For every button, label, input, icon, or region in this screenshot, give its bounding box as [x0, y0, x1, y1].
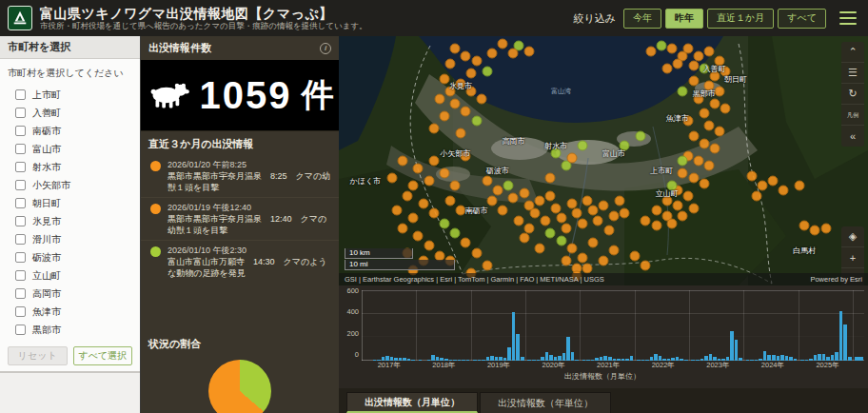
sighting-marker[interactable] [461, 238, 471, 248]
sighting-marker[interactable] [572, 208, 582, 219]
municipality-checkbox-row[interactable]: 富山市 [0, 140, 140, 158]
monthly-bar[interactable] [650, 357, 654, 361]
monthly-bar[interactable] [436, 357, 440, 361]
monthly-bar[interactable] [767, 355, 771, 361]
monthly-bar[interactable] [462, 360, 465, 361]
sighting-marker[interactable] [403, 190, 413, 201]
monthly-bar[interactable] [826, 357, 830, 361]
sighting-marker[interactable] [593, 215, 603, 226]
sighting-marker[interactable] [699, 138, 709, 148]
checkbox-icon[interactable] [15, 89, 26, 100]
collapse-icon[interactable]: « [841, 126, 864, 147]
sighting-marker[interactable] [455, 128, 465, 139]
monthly-bar[interactable] [603, 356, 607, 361]
monthly-bar[interactable] [721, 359, 725, 361]
sighting-marker[interactable] [620, 208, 630, 219]
sighting-marker[interactable] [397, 156, 407, 167]
municipality-checkbox-row[interactable]: 魚津市 [0, 303, 140, 321]
sighting-marker[interactable] [444, 195, 455, 206]
monthly-bar[interactable] [843, 324, 847, 361]
monthly-bar[interactable] [835, 352, 838, 361]
sighting-marker[interactable] [651, 206, 661, 216]
monthly-bar[interactable] [449, 360, 453, 361]
monthly-bar[interactable] [625, 359, 629, 361]
sighting-marker[interactable] [556, 213, 566, 224]
monthly-bar[interactable] [586, 360, 590, 361]
trace-marker[interactable] [678, 86, 688, 96]
trace-marker[interactable] [620, 141, 630, 151]
sighting-marker[interactable] [519, 188, 529, 199]
sighting-marker[interactable] [704, 121, 715, 131]
sighting-marker[interactable] [566, 153, 577, 164]
zoom-in-button[interactable]: + [841, 247, 864, 268]
sighting-marker[interactable] [461, 50, 471, 61]
monthly-bar[interactable] [394, 358, 398, 361]
sighting-marker[interactable] [694, 93, 704, 104]
monthly-bar[interactable] [704, 356, 708, 361]
sighting-marker[interactable] [678, 210, 688, 221]
municipality-checkbox-row[interactable]: 高岡市 [0, 285, 140, 303]
filter-button-直近１か月[interactable]: 直近１か月 [707, 9, 774, 29]
monthly-bar[interactable] [750, 360, 754, 361]
monthly-bar[interactable] [453, 360, 457, 361]
sighting-marker[interactable] [524, 46, 535, 56]
hanrei-label-icon[interactable]: 凡例 [841, 105, 864, 126]
monthly-bar[interactable] [537, 360, 541, 361]
sighting-marker[interactable] [440, 73, 450, 84]
chevron-up-icon[interactable]: ⌃ [841, 42, 864, 63]
monthly-bar[interactable] [789, 357, 793, 361]
trace-marker[interactable] [503, 181, 513, 191]
monthly-bar[interactable] [809, 359, 813, 361]
sighting-marker[interactable] [487, 49, 498, 59]
municipality-checkbox-row[interactable]: 上市町 [0, 86, 140, 104]
sighting-marker[interactable] [694, 50, 704, 61]
monthly-bar[interactable] [608, 357, 612, 361]
municipality-checkbox-row[interactable]: 立山町 [0, 266, 140, 285]
filter-button-昨年[interactable]: 昨年 [665, 9, 703, 29]
sighting-marker[interactable] [434, 93, 444, 104]
trace-marker[interactable] [699, 64, 709, 74]
sighting-marker[interactable] [661, 64, 672, 74]
sighting-marker[interactable] [688, 203, 699, 213]
checkbox-icon[interactable] [15, 162, 26, 172]
sighting-marker[interactable] [757, 181, 767, 191]
monthly-bar[interactable] [839, 311, 843, 361]
sighting-marker[interactable] [810, 226, 820, 236]
sighting-marker[interactable] [498, 206, 508, 216]
sighting-marker[interactable] [715, 126, 725, 136]
sighting-marker[interactable] [444, 86, 455, 96]
monthly-bar[interactable] [621, 359, 625, 361]
monthly-bar[interactable] [444, 359, 448, 361]
monthly-bar[interactable] [571, 352, 575, 361]
monthly-bar[interactable] [473, 360, 477, 361]
sighting-marker[interactable] [720, 66, 730, 76]
sighting-marker[interactable] [678, 168, 688, 179]
sighting-marker[interactable] [545, 190, 556, 201]
monthly-bar[interactable] [541, 357, 544, 361]
sighting-marker[interactable] [562, 223, 572, 233]
sighting-marker[interactable] [614, 195, 624, 206]
sighting-marker[interactable] [709, 143, 720, 153]
monthly-bar[interactable] [385, 356, 389, 361]
checkbox-icon[interactable] [15, 270, 26, 281]
monthly-bar[interactable] [549, 355, 553, 361]
monthly-bar[interactable] [600, 357, 603, 361]
sighting-marker[interactable] [603, 226, 614, 236]
sighting-marker[interactable] [514, 215, 524, 226]
monthly-bar[interactable] [848, 357, 852, 361]
basemap-icon[interactable]: ↻ [841, 84, 864, 105]
sighting-marker[interactable] [641, 215, 651, 226]
sighting-marker[interactable] [672, 58, 682, 69]
sighting-marker[interactable] [418, 198, 428, 208]
sighting-marker[interactable] [482, 261, 492, 271]
sighting-marker[interactable] [392, 206, 403, 216]
tab-monthly[interactable]: 出没情報数（月単位） [346, 392, 478, 413]
sighting-map[interactable]: 氷見市高岡市射水市富山市小矢部市砺波市南砺市上市町立山町魚津市黒部市入善町朝日町… [339, 36, 868, 285]
monthly-bar[interactable] [516, 334, 520, 361]
monthly-bar[interactable] [613, 359, 617, 361]
monthly-bar[interactable] [730, 331, 734, 361]
sighting-marker[interactable] [688, 61, 699, 71]
sighting-marker[interactable] [482, 175, 492, 186]
monthly-bar[interactable] [390, 357, 394, 361]
monthly-bar[interactable] [411, 360, 415, 361]
